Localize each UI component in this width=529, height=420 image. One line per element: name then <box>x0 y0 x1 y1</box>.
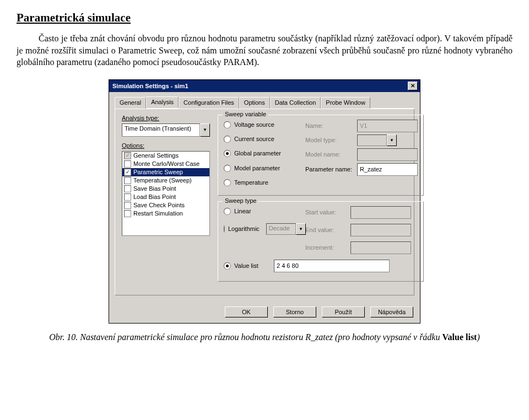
value-list-field[interactable] <box>274 260 390 272</box>
close-icon: ✕ <box>411 83 415 89</box>
right-column: Sweep variable Voltage source Name: <box>218 115 424 287</box>
radio-model-parameter[interactable]: Model parameter <box>224 165 301 172</box>
radio-icon <box>224 121 231 128</box>
radio-current-source[interactable]: Current source <box>224 136 301 143</box>
tab-probe-window[interactable]: Probe Window <box>321 97 370 109</box>
paragraph: Často je třeba znát chování obvodu pro r… <box>17 33 512 68</box>
radio-global-parameter[interactable]: Global parameter <box>224 150 301 157</box>
list-item-label: Temperature (Sweep) <box>133 177 192 184</box>
list-item[interactable]: Temperature (Sweep) <box>122 176 209 185</box>
start-value-field <box>350 206 411 219</box>
radio-icon <box>224 150 231 157</box>
caption-prefix: Obr. 10. <box>49 332 80 342</box>
options-listbox[interactable]: General Settings Monte Carlo/Worst Case … <box>122 151 210 236</box>
list-item[interactable]: Load Bias Point <box>122 193 209 201</box>
dialog-button-row: OK Storno Použít Nápověda <box>109 301 420 323</box>
end-value-field <box>350 224 411 236</box>
group-title: Sweep variable <box>223 111 268 117</box>
group-sweep-variable: Sweep variable Voltage source Name: <box>218 115 424 196</box>
radio-icon <box>224 262 231 270</box>
checkbox-icon[interactable] <box>124 193 131 201</box>
chevron-down-icon: ▼ <box>296 223 306 235</box>
checkbox-icon[interactable] <box>124 202 131 209</box>
radio-logarithmic[interactable]: Logarithmic Decade ▼ <box>224 223 301 235</box>
page-title: Parametrická simulace <box>17 11 512 25</box>
radio-label: Voltage source <box>234 121 274 128</box>
list-item-label: General Settings <box>133 152 179 159</box>
group-sweep-type: Sweep type Linear Start value: <box>218 201 424 282</box>
checkbox-icon[interactable] <box>124 210 131 217</box>
help-button[interactable]: Nápověda <box>370 306 413 317</box>
tab-analysis[interactable]: Analysis <box>146 96 179 108</box>
radio-label: Logarithmic <box>228 225 260 232</box>
list-item-label: Load Bias Point <box>133 193 176 200</box>
model-name-label: Model name: <box>305 151 353 158</box>
checkbox-icon[interactable] <box>124 185 131 192</box>
checkbox-icon[interactable] <box>124 160 131 168</box>
tab-config-files[interactable]: Configuration Files <box>179 97 239 109</box>
radio-voltage-source[interactable]: Voltage source <box>224 121 301 128</box>
radio-icon <box>224 208 231 215</box>
radio-icon <box>224 225 225 233</box>
simulation-settings-dialog: Simulation Settings - sim1 ✕ General Ana… <box>109 79 420 324</box>
checkbox-icon[interactable] <box>124 177 131 184</box>
chevron-down-icon: ▼ <box>387 134 397 146</box>
chevron-down-icon[interactable]: ▼ <box>200 123 210 137</box>
list-item-label: Save Bias Point <box>133 185 176 192</box>
options-label: Options: <box>122 142 210 149</box>
caption-bold: Value list <box>442 332 477 342</box>
start-value-label: Start value: <box>305 209 346 216</box>
radio-icon <box>224 136 231 143</box>
tab-data-collection[interactable]: Data Collection <box>270 97 321 109</box>
analysis-type-combo[interactable]: Time Domain (Transient) ▼ <box>122 123 210 137</box>
checkbox-icon <box>124 152 131 159</box>
list-item[interactable]: Monte Carlo/Worst Case <box>122 160 209 168</box>
radio-icon <box>224 165 231 172</box>
group-title: Sweep type <box>223 197 258 204</box>
list-item[interactable]: Parametric Sweep <box>122 168 209 176</box>
tab-options[interactable]: Options <box>239 97 270 109</box>
apply-button[interactable]: Použít <box>322 306 365 317</box>
radio-label: Current source <box>234 136 274 142</box>
list-item-label: Restart Simulation <box>133 210 183 217</box>
model-type-label: Model type: <box>305 137 353 143</box>
cancel-button[interactable]: Storno <box>273 306 316 317</box>
radio-label: Linear <box>234 208 251 214</box>
increment-field <box>350 241 411 254</box>
tabstrip: General Analysis Configuration Files Opt… <box>115 96 414 109</box>
radio-label: Value list <box>234 262 271 269</box>
model-type-combo: ▼ <box>357 134 397 146</box>
analysis-type-label: Analysis type: <box>122 115 210 121</box>
list-item[interactable]: Save Check Points <box>122 201 209 209</box>
dialog-container: Simulation Settings - sim1 ✕ General Ana… <box>17 79 512 324</box>
list-item-label: Monte Carlo/Worst Case <box>133 160 199 167</box>
log-scale-combo: Decade ▼ <box>266 223 306 235</box>
radio-value-list[interactable]: Value list <box>224 260 418 272</box>
radio-linear[interactable]: Linear <box>224 208 301 215</box>
parameter-name-field[interactable] <box>357 163 418 176</box>
tab-general[interactable]: General <box>115 97 146 109</box>
titlebar: Simulation Settings - sim1 ✕ <box>109 80 420 92</box>
name-field <box>357 120 418 132</box>
increment-label: Increment: <box>305 244 346 251</box>
model-name-field <box>357 148 418 161</box>
name-label: Name: <box>305 122 353 129</box>
close-button[interactable]: ✕ <box>408 82 418 90</box>
ok-button[interactable]: OK <box>225 306 268 317</box>
dialog-body: General Analysis Configuration Files Opt… <box>109 92 420 301</box>
list-item-label: Save Check Points <box>133 202 185 208</box>
radio-label: Model parameter <box>234 165 280 171</box>
tab-panel-analysis: Analysis type: Time Domain (Transient) ▼… <box>115 109 414 295</box>
left-column: Analysis type: Time Domain (Transient) ▼… <box>122 115 210 287</box>
radio-label: Global parameter <box>234 150 281 157</box>
list-item[interactable]: Restart Simulation <box>122 209 209 218</box>
radio-label: Temperature <box>234 179 268 186</box>
log-scale-value: Decade <box>266 223 296 235</box>
list-item[interactable]: Save Bias Point <box>122 185 209 193</box>
figure-caption: Obr. 10. Nastavení parametrické simulace… <box>17 332 512 342</box>
checkbox-icon[interactable] <box>124 169 131 176</box>
radio-temperature[interactable]: Temperature <box>224 179 301 186</box>
radio-icon <box>224 179 231 186</box>
list-item[interactable]: General Settings <box>122 152 209 160</box>
window-title: Simulation Settings - sim1 <box>112 83 188 89</box>
